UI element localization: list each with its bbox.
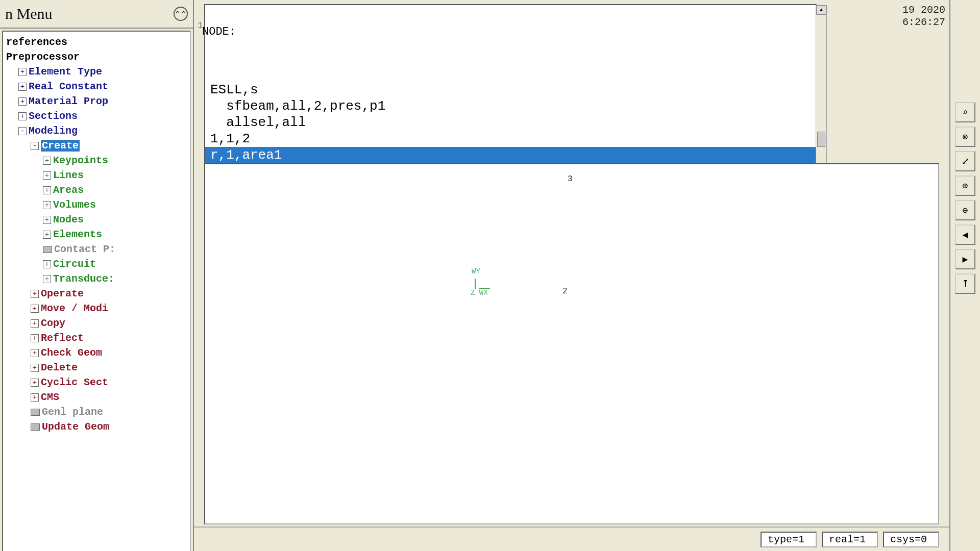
toolbar-button-3[interactable]: ⊕: [955, 176, 975, 196]
node-point-3: 3: [568, 174, 573, 184]
tree-item-preprocessor[interactable]: Preprocessor: [5, 49, 188, 64]
tree-item-label: Cyclic Sect: [41, 377, 108, 388]
editor-line[interactable]: r,1,area1: [205, 147, 816, 163]
expand-icon[interactable]: +: [31, 364, 39, 372]
editor-gutter: 1: [185, 20, 203, 31]
editor-line[interactable]: 1,1,2: [205, 131, 816, 147]
toolbar-button-1[interactable]: ⊚: [955, 127, 975, 147]
expand-icon[interactable]: +: [31, 349, 39, 357]
timestamp-time: 6:26:27: [902, 16, 945, 29]
tree-item-real-constant[interactable]: +Real Constant: [5, 79, 188, 94]
tree-item-label: Circuit: [53, 258, 96, 270]
tree-item-label: Real Constant: [29, 81, 108, 92]
tree-item-element-type[interactable]: +Element Type: [5, 64, 188, 79]
expand-icon[interactable]: +: [31, 379, 39, 387]
timestamp: 19 2020 6:26:27: [902, 4, 945, 29]
expand-icon[interactable]: +: [43, 216, 51, 224]
tree-item-circuit[interactable]: +Circuit: [5, 257, 188, 271]
tree-item-label: Transduce:: [53, 273, 114, 285]
sidebar-header: n Menu ⌃⌃: [0, 0, 193, 29]
tree-item-modeling[interactable]: -Modeling: [5, 123, 188, 138]
tree-item-volumes[interactable]: +Volumes: [5, 197, 188, 212]
tree-item-label: Operate: [41, 288, 84, 299]
node-icon: [43, 246, 52, 253]
expand-icon[interactable]: -: [31, 142, 39, 150]
tree-item-delete[interactable]: +Delete: [5, 360, 188, 375]
expand-icon[interactable]: +: [18, 97, 27, 106]
tree-item-elements[interactable]: +Elements: [5, 227, 188, 242]
tree-item-check-geom[interactable]: +Check Geom: [5, 345, 188, 360]
scroll-up-icon[interactable]: ▲: [816, 6, 826, 15]
collapse-up-icon[interactable]: ⌃⌃: [174, 7, 188, 21]
tree-item-areas[interactable]: +Areas: [5, 183, 188, 197]
expand-icon[interactable]: +: [18, 112, 27, 120]
editor-line[interactable]: ESLL,s: [205, 82, 816, 98]
tree-item-label: Material Prop: [29, 95, 108, 107]
toolbar-button-7[interactable]: ⤒: [955, 273, 975, 294]
tree-item-move-modi[interactable]: +Move / Modi: [5, 301, 188, 316]
tree-item-label: Check Geom: [41, 347, 102, 359]
tree-item-label: Sections: [29, 110, 78, 122]
tree-item-genl-plane[interactable]: Genl plane: [5, 405, 188, 419]
editor-line[interactable]: allsel,all: [205, 114, 816, 131]
tree-item-references[interactable]: references: [5, 35, 188, 49]
tree-item-cyclic-sect[interactable]: +Cyclic Sect: [5, 375, 188, 390]
main-menu-sidebar: n Menu ⌃⌃ referencesPreprocessor+Element…: [0, 0, 194, 551]
expand-icon[interactable]: +: [43, 275, 51, 283]
expand-icon[interactable]: +: [31, 319, 39, 328]
tree-item-label: Areas: [53, 184, 84, 196]
expand-icon[interactable]: +: [31, 290, 39, 298]
expand-icon[interactable]: +: [18, 68, 27, 76]
toolbar-button-0[interactable]: ⌕: [955, 102, 975, 122]
status-csys: csys=0: [883, 532, 939, 547]
tree-item-update-geom[interactable]: Update Geom: [5, 419, 188, 434]
tree-item-lines[interactable]: +Lines: [5, 168, 188, 183]
node-icon: [31, 409, 40, 416]
graphics-viewport[interactable]: 3 2 WY Z WX: [204, 163, 939, 524]
status-real: real=1: [822, 532, 878, 547]
tree-item-keypoints[interactable]: +Keypoints: [5, 153, 188, 168]
expand-icon[interactable]: +: [43, 157, 51, 165]
tree-item-label: Reflect: [41, 332, 84, 344]
tree-item-nodes[interactable]: +Nodes: [5, 212, 188, 227]
tree-item-label: Copy: [41, 317, 65, 329]
tree-item-contact-p-[interactable]: Contact P:: [5, 242, 188, 257]
axis-wx-label: Z WX: [471, 289, 488, 297]
expand-icon[interactable]: -: [18, 127, 27, 135]
expand-icon[interactable]: +: [43, 201, 51, 209]
tree-item-operate[interactable]: +Operate: [5, 286, 188, 301]
tree-item-label: Elements: [53, 229, 102, 240]
tree-item-label: Volumes: [53, 199, 96, 211]
tree-item-transduce-[interactable]: +Transduce:: [5, 271, 188, 286]
editor-line[interactable]: sfbeam,all,2,pres,p1: [205, 98, 816, 114]
tree-item-label: Keypoints: [53, 155, 108, 166]
tree-item-label: Move / Modi: [41, 303, 108, 314]
tree-item-copy[interactable]: +Copy: [5, 316, 188, 331]
tree-item-create[interactable]: -Create: [5, 138, 188, 153]
tree-item-label: Contact P:: [54, 243, 115, 255]
toolbar-button-5[interactable]: ◀: [955, 224, 975, 245]
tree-item-sections[interactable]: +Sections: [5, 109, 188, 123]
toolbar-button-4[interactable]: ⊖: [955, 200, 975, 220]
tree-item-label: Update Geom: [42, 421, 109, 433]
expand-icon[interactable]: +: [43, 260, 51, 268]
toolbar-button-2[interactable]: ⤢: [955, 151, 975, 171]
sidebar-title: n Menu: [5, 5, 53, 22]
expand-icon[interactable]: +: [31, 305, 39, 313]
expand-icon[interactable]: +: [31, 334, 39, 342]
tree-item-material-prop[interactable]: +Material Prop: [5, 94, 188, 109]
expand-icon[interactable]: +: [43, 231, 51, 239]
right-toolbar: ⌕⊚⤢⊕⊖◀▶⤒: [949, 0, 980, 551]
scroll-thumb[interactable]: [817, 132, 825, 147]
expand-icon[interactable]: +: [31, 393, 39, 402]
tree-item-label: Nodes: [53, 214, 84, 226]
expand-icon[interactable]: +: [43, 186, 51, 194]
timestamp-date: 19 2020: [902, 4, 945, 16]
toolbar-button-6[interactable]: ▶: [955, 249, 975, 269]
menu-tree: referencesPreprocessor+Element Type+Real…: [2, 31, 191, 551]
expand-icon[interactable]: +: [18, 83, 27, 91]
tree-item-reflect[interactable]: +Reflect: [5, 331, 188, 345]
tree-item-cms[interactable]: +CMS: [5, 390, 188, 405]
expand-icon[interactable]: +: [43, 171, 51, 180]
tree-item-label: Create: [41, 140, 80, 152]
